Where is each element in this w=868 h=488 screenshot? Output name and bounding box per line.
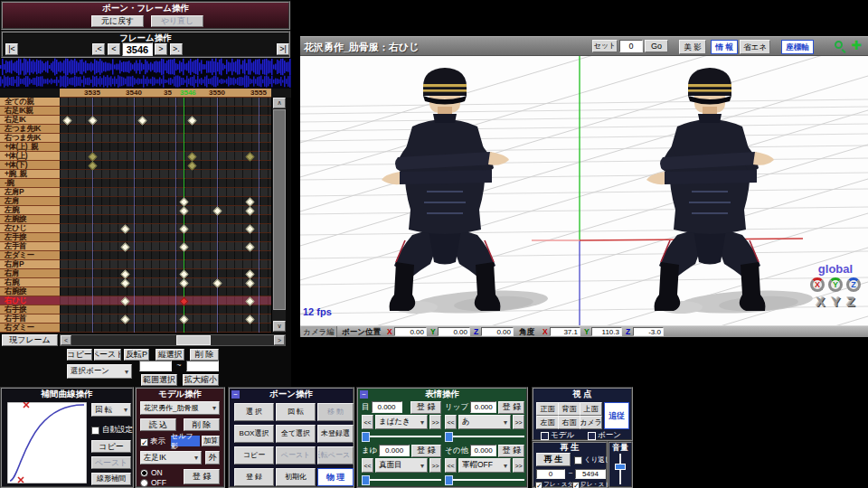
view-5-button[interactable]: カメラ <box>580 416 602 429</box>
view-3-button[interactable]: 左面 <box>536 416 559 429</box>
slider-handle[interactable] <box>362 475 370 485</box>
scroll-right-icon[interactable]: > <box>274 335 285 345</box>
bone-op-button-0[interactable]: 選 択 <box>234 403 274 421</box>
face-next-button[interactable]: >> <box>513 415 524 429</box>
bone-name-1[interactable]: 右足IK親 <box>0 107 60 116</box>
current-frame-button[interactable]: 現フレーム <box>2 334 58 346</box>
model-register-button[interactable]: 登 録 <box>184 469 220 484</box>
interp-channel-dropdown[interactable]: 回 転 <box>91 403 131 417</box>
face-prev-button[interactable]: << <box>445 458 457 473</box>
select-bone-dropdown[interactable]: 選択ボーン <box>67 364 132 379</box>
frame-last-button[interactable]: >| <box>277 43 289 55</box>
zoom-scale-button[interactable]: 拡大縮小 <box>183 374 219 386</box>
bone-op-button-9[interactable]: 登 録 <box>234 468 274 486</box>
timeline-vertical-scrollbar[interactable]: ∧ ∨ <box>271 98 286 333</box>
bone-name-14[interactable]: 左ひじ <box>0 224 60 233</box>
timeline-paste-button[interactable]: ペースト <box>94 349 121 361</box>
frame-fwd-button[interactable]: > <box>155 43 167 55</box>
scroll-down-icon[interactable]: ∨ <box>273 321 286 332</box>
viewport-toggle-0[interactable]: 美 影 <box>679 40 706 54</box>
face-morph-dropdown[interactable]: 軍帽OFF <box>458 458 511 473</box>
face-weight-slider[interactable] <box>445 475 524 483</box>
bone-op-button-7[interactable]: ペースト <box>276 446 316 465</box>
view-4-button[interactable]: 右面 <box>558 416 580 429</box>
bone-name-20[interactable]: 右腕 <box>0 278 60 287</box>
pos-y-input[interactable]: 0.00 <box>438 327 470 336</box>
range-select-button[interactable]: 範囲選択 <box>141 374 177 386</box>
face-weight-slider[interactable] <box>445 432 524 440</box>
face-register-button[interactable]: 登 録 <box>411 445 441 457</box>
face-value-input[interactable]: 0.000 <box>470 401 496 413</box>
bone-name-6[interactable]: +体(上) <box>0 152 60 161</box>
horizontal-scroll-thumb[interactable] <box>176 335 211 345</box>
3d-viewport[interactable]: 12 fps global XYZ XYZ <box>300 56 868 325</box>
model-dropdown[interactable]: 花沢勇作_肋骨服 <box>140 401 220 415</box>
timeline-column-select-button[interactable]: 縦選択 <box>156 349 184 361</box>
move-cross-icon[interactable]: ✚ <box>850 38 863 52</box>
bone-name-5[interactable]: +体(上)_親 <box>0 143 60 152</box>
bone-name-15[interactable]: 左手捩 <box>0 233 60 242</box>
axis-move-x-icon[interactable]: X <box>816 295 825 309</box>
interpolation-curve-canvas[interactable] <box>7 402 87 483</box>
frame-fwd5-button[interactable]: >. <box>170 43 183 55</box>
timeline-copy-button[interactable]: コピー <box>67 349 92 361</box>
axis-rotate-z-icon[interactable]: Z <box>846 277 861 292</box>
scroll-up-icon[interactable]: ∧ <box>273 98 286 108</box>
additive-button[interactable]: 加算 <box>202 436 220 446</box>
bone-name-8[interactable]: +腕_親 <box>0 170 60 179</box>
range-to-input[interactable] <box>186 361 219 371</box>
repeat-checkbox[interactable]: くり返し <box>574 455 612 465</box>
bone-op-button-11[interactable]: 物 理 <box>317 468 354 486</box>
keyframe-grid[interactable] <box>60 98 271 333</box>
view-1-button[interactable]: 背面 <box>558 402 580 416</box>
frame-ruler[interactable]: 3535354035355035553546 <box>60 89 271 98</box>
bone-name-7[interactable]: +体(下) <box>0 161 60 170</box>
bone-op-button-4[interactable]: 全て選択 <box>276 425 316 443</box>
redo-button[interactable]: やり直し <box>151 15 203 27</box>
slider-handle[interactable] <box>445 475 453 485</box>
model-checkbox[interactable]: モデル <box>541 430 574 441</box>
axis-move-y-icon[interactable]: Y <box>831 295 840 309</box>
out-button[interactable]: 外 <box>205 451 220 465</box>
bone-name-10[interactable]: 左肩P <box>0 188 60 197</box>
face-next-button[interactable]: >> <box>429 458 441 473</box>
bone-op-button-2[interactable]: 移 動 <box>317 403 354 421</box>
viewport-toggle-2[interactable]: 省エネ <box>740 40 770 54</box>
pos-x-input[interactable]: 0.00 <box>394 327 427 336</box>
timeline-reverse-paste-button[interactable]: 反転P <box>124 349 149 361</box>
face-morph-dropdown[interactable]: 真面目 <box>375 458 428 473</box>
set-button[interactable]: セット <box>592 40 618 52</box>
face-morph-dropdown[interactable]: あ <box>458 415 511 429</box>
slider-handle[interactable] <box>445 432 453 442</box>
linear-interp-button[interactable]: 線形補間 <box>91 473 131 485</box>
set-frame-input[interactable]: 0 <box>619 40 643 52</box>
face-value-input[interactable]: 0.000 <box>379 445 409 456</box>
timeline-delete-button[interactable]: 削 除 <box>190 349 219 361</box>
face-prev-button[interactable]: << <box>362 415 373 429</box>
face-weight-slider[interactable] <box>362 475 441 483</box>
bone-name-0[interactable]: 全ての親 <box>0 98 60 107</box>
face-register-button[interactable]: 登 録 <box>410 401 441 414</box>
bone-name-16[interactable]: 左手首 <box>0 242 60 251</box>
model-bone-dropdown[interactable]: 左足IK <box>140 451 202 465</box>
face-value-input[interactable]: 0.000 <box>470 445 496 456</box>
auto-set-checkbox[interactable]: 自動設定 <box>91 425 133 436</box>
play-from-input[interactable]: 0 <box>536 469 565 479</box>
bone-name-23[interactable]: 右手捩 <box>0 305 60 314</box>
viewport-titlebar[interactable]: 花沢勇作_肋骨服：右ひじ セット 0 Go 美 影情 報省エネ座標軸 ✚ <box>300 36 868 56</box>
face-prev-button[interactable]: << <box>362 458 373 473</box>
vertical-scroll-thumb[interactable] <box>273 109 286 310</box>
display-checkbox[interactable]: ✓表示 <box>140 436 165 447</box>
ik-on-radio[interactable]: ON <box>140 468 163 477</box>
face-weight-slider[interactable] <box>362 432 441 440</box>
bone-op-button-3[interactable]: BOX選択 <box>234 425 274 443</box>
bone-name-17[interactable]: 左ダミー <box>0 251 60 260</box>
bone-op-button-8[interactable]: 反転ペースト <box>317 446 354 465</box>
bone-name-9[interactable]: -腕 <box>0 179 60 188</box>
axis-move-z-icon[interactable]: Z <box>846 295 854 309</box>
bone-name-18[interactable]: 右肩P <box>0 260 60 269</box>
bone-name-11[interactable]: 左肩 <box>0 197 60 206</box>
play-button[interactable]: 再 生 <box>536 453 571 466</box>
face-next-button[interactable]: >> <box>429 415 441 429</box>
bone-name-24[interactable]: 右手首 <box>0 314 60 324</box>
